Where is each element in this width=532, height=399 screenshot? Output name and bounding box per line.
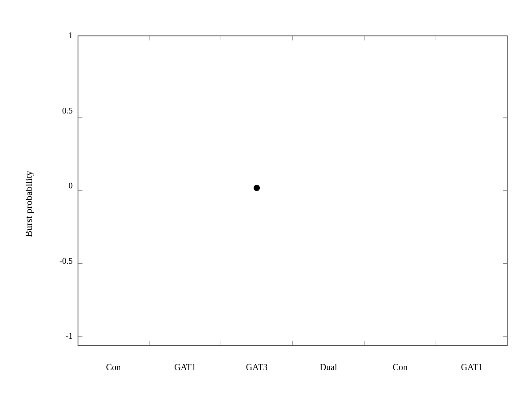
y-tick-05: 0.5 (62, 106, 73, 116)
y-tick-n05: -0.5 (59, 256, 73, 266)
plot-box (78, 35, 508, 346)
svg-rect-20 (78, 36, 507, 345)
x-label-gat1-2: GAT1 (436, 362, 508, 372)
y-axis-label: Burst probability (23, 171, 35, 237)
y-tick-n1: -1 (66, 331, 73, 341)
y-tick-0: 0 (69, 181, 73, 191)
data-point (254, 185, 260, 191)
y-tick-1: 1 (69, 31, 73, 40)
plot-svg (78, 36, 507, 345)
chart-container: Burst probability (0, 0, 532, 399)
x-label-con2: Con (364, 362, 436, 372)
x-label-dual: Dual (293, 362, 364, 372)
x-label-gat3: GAT3 (221, 362, 293, 372)
chart-area: Burst probability (51, 27, 516, 381)
x-label-gat1: GAT1 (149, 362, 221, 372)
x-label-con1: Con (78, 362, 149, 372)
